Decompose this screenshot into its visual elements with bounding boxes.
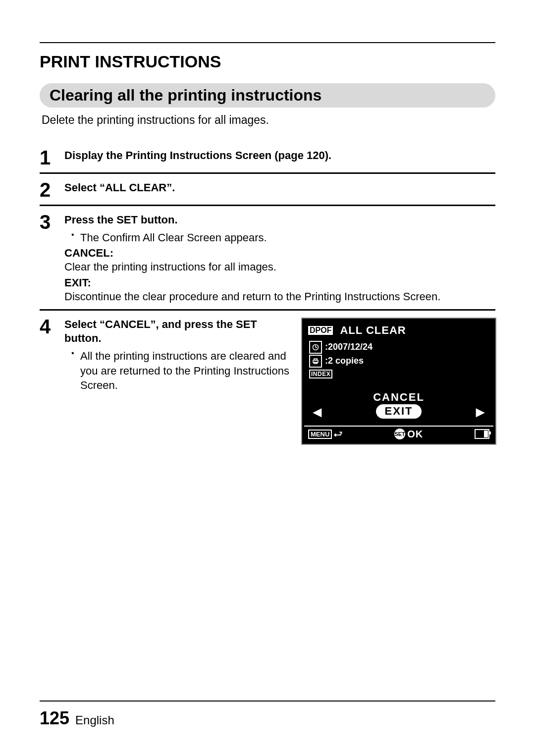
step-2-head: Select “ALL CLEAR”. [64,181,495,195]
step-3: 3 Press the SET button. • The Confirm Al… [40,206,495,311]
clock-icon [309,341,322,354]
page-footer: 125 English [40,708,114,729]
step-4: 4 Select “CANCEL”, and press the SET but… [40,311,495,449]
cancel-text: Clear the printing instructions for all … [64,260,495,274]
ok-label: OK [407,429,423,440]
menu-exit-selected: EXIT [376,404,422,419]
step-4-head: Select “CANCEL”, and press the SET butto… [64,318,293,346]
index-tag: INDEX [309,370,332,378]
menu-button-label: MENU [308,430,332,439]
step-2: 2 Select “ALL CLEAR”. [40,174,495,206]
lcd-date: :2007/12/24 [325,342,373,352]
step-3-head: Press the SET button. [64,213,495,227]
step-1: 1 Display the Printing Instructions Scre… [40,142,495,174]
page-title: PRINT INSTRUCTIONS [40,52,495,71]
step-3-bullet: The Confirm All Clear Screen appears. [80,230,267,245]
bullet-dot: • [71,230,80,245]
page-number: 125 [40,708,69,729]
step-1-head: Display the Printing Instructions Screen… [64,149,495,163]
footer-rule [40,701,495,702]
step-number: 1 [40,148,64,167]
nav-left-icon: ◀ [313,406,321,419]
lcd-screen: DPOF ALL CLEAR :2007/12/24 [302,319,495,444]
step-number: 3 [40,212,64,304]
intro-text: Delete the printing instructions for all… [42,113,495,127]
top-rule [40,42,495,43]
section-heading-pill: Clearing all the printing instructions [40,83,495,108]
lcd-title: ALL CLEAR [336,324,410,338]
battery-icon [475,429,489,439]
menu-cancel: CANCEL [308,390,489,405]
step-4-bullet: All the printing instructions are cleare… [80,349,293,393]
svg-rect-2 [314,359,317,360]
bullet-dot: • [71,349,80,393]
step-number: 2 [40,180,64,200]
dpof-tag: DPOF [308,326,333,335]
page-language: English [75,713,114,727]
lcd-copies: :2 copies [325,356,364,366]
exit-text: Discontinue the clear procedure and retu… [64,289,495,304]
exit-label: EXIT: [64,276,495,289]
return-icon: ⮐ [334,429,343,439]
step-number: 4 [40,317,64,444]
printer-icon [309,355,322,368]
set-icon: SET [394,429,405,439]
nav-right-icon: ▶ [476,406,484,419]
section-title: Clearing all the printing instructions [50,86,321,104]
cancel-label: CANCEL: [64,247,495,260]
